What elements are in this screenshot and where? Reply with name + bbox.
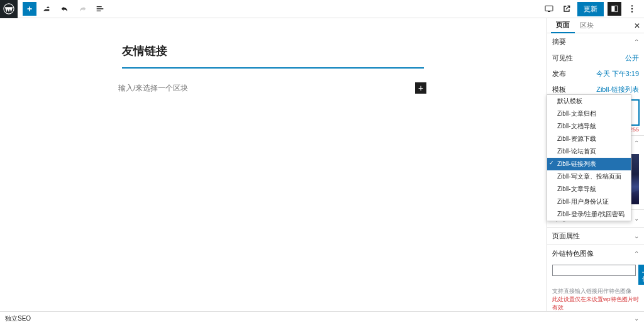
chevron-down-icon: ⌄ <box>634 233 639 240</box>
redo-icon <box>75 2 89 16</box>
svg-point-5 <box>631 5 633 6</box>
undo-icon[interactable] <box>58 2 72 16</box>
tab-page[interactable]: 页面 <box>551 18 575 33</box>
wordpress-logo[interactable] <box>0 0 18 18</box>
page-attributes-heading: 页面属性 <box>552 231 580 241</box>
visibility-value: 公开 <box>625 53 639 63</box>
svg-point-6 <box>631 8 633 9</box>
page-attributes-section-header[interactable]: 页面属性 ⌄ <box>547 228 644 245</box>
template-option[interactable]: Zibll-文章导航 <box>547 183 631 196</box>
document-outline-icon[interactable] <box>93 2 107 16</box>
publish-value: 今天 下午3:19 <box>596 69 639 79</box>
device-preview-icon[interactable] <box>542 2 556 16</box>
svg-rect-3 <box>611 6 614 11</box>
publish-label: 发布 <box>552 69 566 79</box>
template-option[interactable]: Zibll-资源下载 <box>547 133 631 145</box>
template-value: Zibll-链接列表 <box>596 85 639 94</box>
template-dropdown[interactable]: 默认模板Zibll-文章归档Zibll-文档导航Zibll-资源下载Zibll-… <box>547 94 631 221</box>
add-block-button[interactable]: + <box>23 2 36 16</box>
footer-expand-icon[interactable]: ⌄ <box>634 315 639 322</box>
settings-toggle-button[interactable] <box>608 2 621 16</box>
template-option[interactable]: Zibll-登录/注册/找回密码 <box>547 208 631 221</box>
footer-bar: 独立SEO ⌄ <box>0 311 644 325</box>
summary-section-header[interactable]: 摘要 ⌃ <box>547 33 644 50</box>
external-image-warning: 此处设置仅在未设置wp特色图片时有效 <box>547 295 644 311</box>
top-toolbar: + 更新 <box>0 0 644 18</box>
visibility-row[interactable]: 可见性 公开 <box>547 50 644 66</box>
chevron-up-icon: ⌃ <box>634 250 639 257</box>
chevron-down-icon: ⌄ <box>634 215 639 222</box>
more-options-icon[interactable] <box>625 2 639 16</box>
external-image-hint: 支持直接输入链接用作特色图像 <box>547 287 644 295</box>
template-option[interactable]: Zibll-文档导航 <box>547 120 631 133</box>
editor-canvas: 友情链接 输入/来选择一个区块 + <box>0 18 547 311</box>
external-preview-icon[interactable] <box>560 2 574 16</box>
edit-mode-icon[interactable] <box>40 2 54 16</box>
template-option[interactable]: Zibll-用户身份认证 <box>547 196 631 208</box>
external-image-url-input[interactable] <box>552 265 636 276</box>
external-image-heading: 外链特色图像 <box>552 249 594 258</box>
svg-rect-4 <box>615 6 618 11</box>
summary-heading: 摘要 <box>552 37 566 47</box>
template-option[interactable]: Zibll-写文章、投稿页面 <box>547 170 631 183</box>
block-placeholder-text[interactable]: 输入/来选择一个区块 <box>118 83 188 94</box>
page-title[interactable]: 友情链接 <box>122 43 424 65</box>
footer-left-label[interactable]: 独立SEO <box>5 314 31 323</box>
template-label: 模板 <box>552 85 566 94</box>
svg-rect-2 <box>548 11 550 12</box>
template-option[interactable]: Zibll-链接列表 <box>547 158 631 170</box>
template-option[interactable]: 默认模板 <box>547 95 631 107</box>
tab-block[interactable]: 区块 <box>575 18 599 33</box>
chevron-up-icon: ⌃ <box>634 140 639 146</box>
svg-rect-1 <box>545 6 553 11</box>
upload-button[interactable]: 上传 <box>638 265 644 285</box>
svg-point-7 <box>631 11 633 12</box>
close-sidebar-icon[interactable]: ✕ <box>634 21 640 30</box>
publish-row[interactable]: 发布 今天 下午3:19 <box>547 66 644 82</box>
chevron-up-icon: ⌃ <box>634 38 639 45</box>
update-button[interactable]: 更新 <box>577 2 604 16</box>
inline-add-block-button[interactable]: + <box>415 82 426 94</box>
visibility-label: 可见性 <box>552 53 573 63</box>
external-image-section-header[interactable]: 外链特色图像 ⌃ <box>547 245 644 262</box>
title-underline <box>122 67 424 69</box>
template-option[interactable]: Zibll-文章归档 <box>547 107 631 120</box>
template-option[interactable]: Zibll-论坛首页 <box>547 145 631 158</box>
